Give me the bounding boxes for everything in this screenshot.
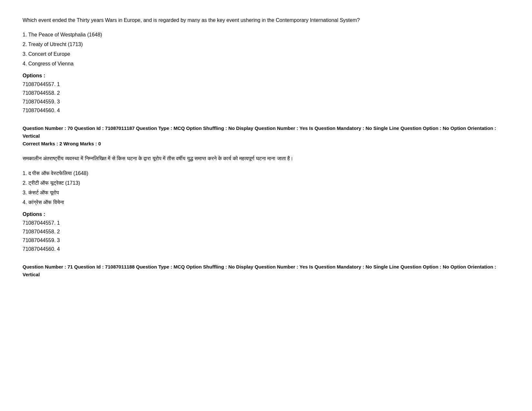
english-option-id-4: 71087044560. 4 xyxy=(23,106,509,115)
meta-q70: Question Number : 70 Question Id : 71087… xyxy=(23,124,509,148)
meta-q70-line2: Correct Marks : 2 Wrong Marks : 0 xyxy=(23,140,509,148)
hindi-option-id-2: 71087044558. 2 xyxy=(23,227,509,236)
meta-q70-line1: Question Number : 70 Question Id : 71087… xyxy=(23,124,509,140)
meta-q71-line1: Question Number : 71 Question Id : 71087… xyxy=(23,263,509,279)
english-options-label: Options : xyxy=(23,73,509,79)
english-option-2: 2. Treaty of Utrecht (1713) xyxy=(23,41,509,48)
meta-q71: Question Number : 71 Question Id : 71087… xyxy=(23,263,509,279)
hindi-options-list: 1. द पीस ऑफ वेस्टफेलिया (1648) 2. ट्रीटी… xyxy=(23,170,509,206)
english-question-block: Which event ended the Thirty years Wars … xyxy=(23,16,509,115)
hindi-options-label: Options : xyxy=(23,211,509,217)
english-option-ids: 71087044557. 1 71087044558. 2 7108704455… xyxy=(23,80,509,115)
hindi-question-text: समकालीन अंतराष्ट्रीय व्यवस्था में निम्नल… xyxy=(23,154,509,163)
hindi-option-1: 1. द पीस ऑफ वेस्टफेलिया (1648) xyxy=(23,170,509,177)
hindi-option-4: 4. कांग्रेस ऑफ वियेना xyxy=(23,199,509,206)
english-option-1: 1. The Peace of Westphalia (1648) xyxy=(23,31,509,39)
hindi-option-id-4: 71087044560. 4 xyxy=(23,245,509,253)
english-options-list: 1. The Peace of Westphalia (1648) 2. Tre… xyxy=(23,31,509,68)
english-option-id-3: 71087044559. 3 xyxy=(23,97,509,106)
hindi-option-id-1: 71087044557. 1 xyxy=(23,219,509,227)
english-option-id-1: 71087044557. 1 xyxy=(23,80,509,89)
english-question-text: Which event ended the Thirty years Wars … xyxy=(23,16,509,24)
english-option-id-2: 71087044558. 2 xyxy=(23,89,509,97)
english-option-4: 4. Congress of Vienna xyxy=(23,60,509,68)
hindi-option-3: 3. कंसर्ट ऑफ यूरोप xyxy=(23,189,509,197)
english-option-3: 3. Concert of Europe xyxy=(23,50,509,58)
hindi-question-block: समकालीन अंतराष्ट्रीय व्यवस्था में निम्नल… xyxy=(23,154,509,253)
hindi-option-ids: 71087044557. 1 71087044558. 2 7108704455… xyxy=(23,219,509,254)
hindi-option-2: 2. ट्रीटी ऑफ यूट्रेक्ट (1713) xyxy=(23,179,509,187)
hindi-option-id-3: 71087044559. 3 xyxy=(23,236,509,245)
